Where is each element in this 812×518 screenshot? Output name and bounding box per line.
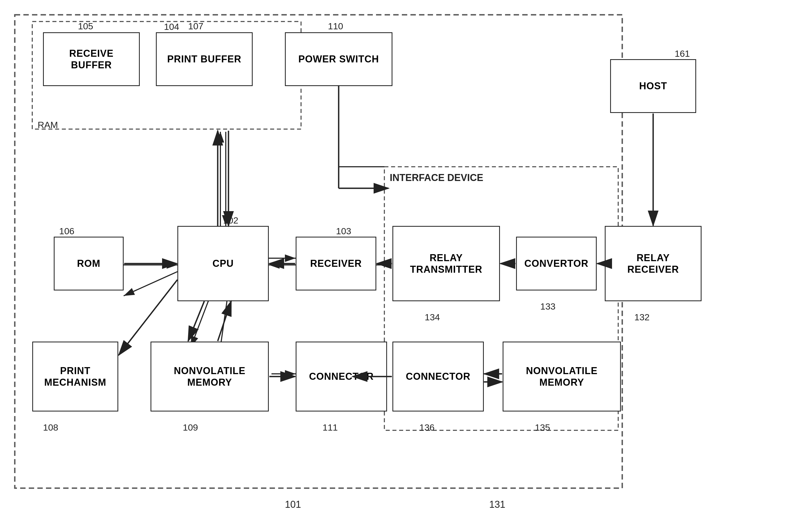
ref-131: 131 [489, 499, 505, 510]
ref-101: 101 [285, 499, 301, 510]
receive-buffer-ref: 105 [78, 21, 93, 31]
host-ref: 161 [675, 48, 690, 59]
interface-device-label: INTERFACE DEVICE [390, 172, 483, 184]
ram-ref: 104 [164, 22, 179, 32]
convertor-ref: 133 [540, 301, 556, 312]
nonvolatile-memory-right-block: NONVOLATILEMEMORY [503, 342, 621, 411]
power-switch-block: POWER SWITCH [285, 32, 393, 86]
print-buffer-block: PRINT BUFFER [156, 32, 253, 86]
connector-left-ref: 111 [323, 422, 338, 433]
svg-line-8 [124, 272, 177, 296]
cpu-ref: 102 [223, 215, 238, 226]
ram-label: RAM [38, 120, 58, 130]
svg-line-32 [218, 301, 231, 341]
connector-right1-ref: 136 [419, 422, 435, 433]
nonvolatile-memory-right-ref: 135 [535, 422, 550, 433]
connector-right1-block: CONNECTOR [393, 342, 484, 411]
diagram: RAM 104 RECEIVEBUFFER 105 PRINT BUFFER 1… [0, 0, 812, 518]
nonvolatile-memory-left-ref: 109 [183, 422, 198, 433]
rom-block: ROM [54, 237, 124, 291]
convertor-block: CONVERTOR [516, 237, 597, 291]
relay-receiver-block: RELAYRECEIVER [605, 226, 701, 301]
rom-ref: 106 [59, 226, 75, 237]
host-block: HOST [610, 59, 696, 113]
print-mechanism-ref: 108 [43, 422, 58, 433]
cpu-block: CPU [177, 226, 269, 301]
relay-transmitter-ref: 134 [425, 312, 440, 323]
connector-left-block: CONNECTOR [296, 342, 387, 411]
relay-receiver-ref: 132 [634, 312, 650, 323]
svg-line-31 [188, 301, 204, 341]
power-switch-ref: 110 [328, 21, 343, 31]
receiver-ref: 103 [336, 226, 351, 237]
print-mechanism-block: PRINTMECHANISM [32, 342, 118, 411]
relay-transmitter-block: RELAYTRANSMITTER [393, 226, 500, 301]
receiver-block: RECEIVER [296, 237, 376, 291]
nonvolatile-memory-left-block: NONVOLATILEMEMORY [150, 342, 269, 411]
print-buffer-ref: 107 [188, 21, 203, 31]
receive-buffer-block: RECEIVEBUFFER [43, 32, 140, 86]
